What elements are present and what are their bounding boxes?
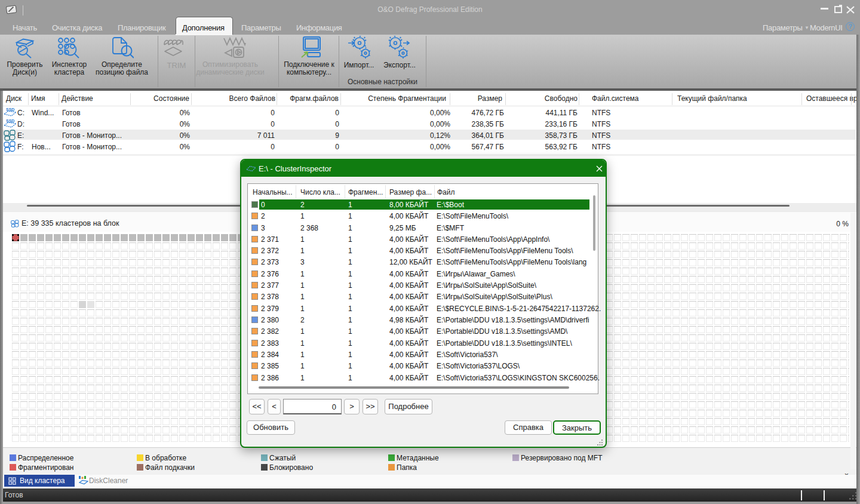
svg-text:SSD: SSD bbox=[6, 107, 14, 112]
svg-text:SSD: SSD bbox=[6, 119, 14, 123]
